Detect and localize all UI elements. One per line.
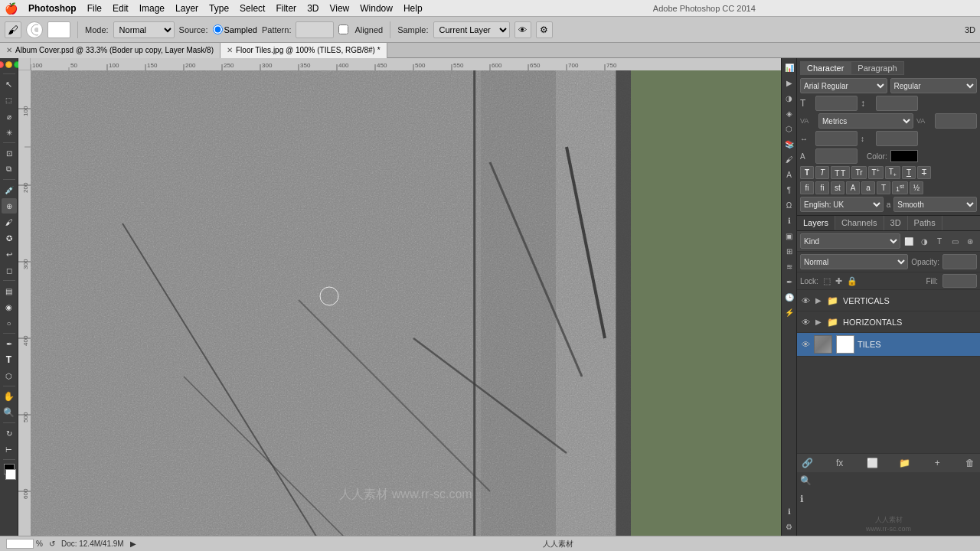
move-tool[interactable]: ↖ xyxy=(2,77,17,92)
magic-wand-tool[interactable]: ✳ xyxy=(2,125,17,140)
menu-help[interactable]: Help xyxy=(403,3,423,14)
add-mask-btn[interactable]: ⬜ xyxy=(865,456,879,470)
filter-type-icon[interactable]: T xyxy=(933,234,946,248)
tracking-input[interactable]: 560 xyxy=(935,113,977,129)
brush-tool-icon[interactable]: 🖌 xyxy=(5,21,21,38)
actions-icon[interactable]: ⚡ xyxy=(783,306,795,318)
menu-type[interactable]: Type xyxy=(209,3,229,14)
font-style-select[interactable]: Regular xyxy=(890,78,978,93)
baseline-input[interactable]: 0 px xyxy=(815,148,858,164)
para-icon[interactable]: ¶ xyxy=(783,184,795,196)
style-underline[interactable]: T xyxy=(902,166,916,179)
background-color[interactable] xyxy=(5,469,16,480)
style-strikethrough[interactable]: T xyxy=(917,166,931,179)
search-icon-btn[interactable]: 🔍 xyxy=(800,475,815,491)
lock-all-icon[interactable]: 🔒 xyxy=(847,276,858,286)
lock-pixels-icon[interactable]: ⬚ xyxy=(823,276,831,286)
info-btn[interactable]: ℹ xyxy=(800,494,815,509)
action-icon[interactable]: ▣ xyxy=(783,230,795,242)
paths-icon[interactable]: ✒ xyxy=(783,276,795,288)
new-layer-btn[interactable]: + xyxy=(930,456,944,470)
filter-smart-icon[interactable]: ⊛ xyxy=(963,234,977,248)
menu-3d[interactable]: 3D xyxy=(307,3,318,14)
rotate-tool[interactable]: ↻ xyxy=(2,425,17,441)
style-bold[interactable]: T xyxy=(800,166,814,179)
tab-close-1[interactable]: ✕ xyxy=(6,46,12,54)
mode-select[interactable]: Normal xyxy=(113,21,175,38)
history-icon[interactable]: 🕒 xyxy=(783,291,795,303)
smooth-select[interactable]: Smooth xyxy=(893,197,977,212)
blend-mode-select[interactable]: Normal xyxy=(800,254,908,269)
layer-item-horizontals[interactable]: 👁 ▶ 📁 HORIZONTALS xyxy=(797,311,980,333)
apple-menu[interactable]: 🍎 xyxy=(5,2,18,15)
brush-settings-icon[interactable]: ⚙ xyxy=(536,21,553,38)
gradient-tool[interactable]: ▤ xyxy=(2,283,17,298)
minimize-btn[interactable] xyxy=(5,61,12,68)
brush-size-input[interactable]: 29 xyxy=(47,21,70,38)
color-icon[interactable]: ◈ xyxy=(783,107,795,119)
layer-item-verticals[interactable]: 👁 ▶ 📁 VERTICALS xyxy=(797,290,980,311)
tab-paragraph[interactable]: Paragraph xyxy=(851,61,903,75)
tab-paths[interactable]: Paths xyxy=(908,216,942,230)
tab-character[interactable]: Character xyxy=(800,61,851,75)
pen-tool[interactable]: ✒ xyxy=(2,336,17,351)
layer-expand-verticals[interactable]: ▶ xyxy=(815,296,822,305)
text-tool[interactable]: T xyxy=(2,352,17,367)
info-icon2[interactable]: ℹ xyxy=(783,214,795,227)
new-group-btn[interactable]: 📁 xyxy=(898,456,912,470)
adjust-icon[interactable]: ◑ xyxy=(783,92,795,104)
style-frac[interactable]: ½ xyxy=(910,181,923,194)
eyedropper-tool[interactable]: 💉 xyxy=(2,182,17,197)
slice-tool[interactable]: ⧉ xyxy=(2,161,17,177)
style-smallcaps[interactable]: Tr xyxy=(851,166,866,179)
style-st[interactable]: st xyxy=(831,181,844,194)
selection-tool[interactable]: ⬚ xyxy=(2,93,17,108)
style-icon[interactable]: ⬡ xyxy=(783,122,795,135)
char-icon[interactable]: A xyxy=(783,168,795,181)
style-aa2[interactable]: a xyxy=(861,181,875,194)
menu-select[interactable]: Select xyxy=(240,3,265,14)
add-style-btn[interactable]: fx xyxy=(833,456,847,470)
play-icon[interactable]: ▶ xyxy=(783,77,795,89)
style-allcaps[interactable]: TT xyxy=(831,166,850,179)
scale-h-input[interactable]: 100% xyxy=(815,131,858,146)
filter-shape-icon[interactable]: ▭ xyxy=(948,234,962,248)
style-italic[interactable]: T xyxy=(815,166,829,179)
library-icon[interactable]: 📚 xyxy=(783,138,795,150)
layer-eye-tiles[interactable]: 👁 xyxy=(800,340,811,349)
canvas-container[interactable]: 100 200 300 400 500 600 xyxy=(18,70,781,536)
tab-channels[interactable]: Channels xyxy=(835,216,884,230)
close-btn[interactable] xyxy=(0,61,4,68)
style-ord[interactable]: 1st xyxy=(892,181,908,194)
metrics-select[interactable]: Metrics xyxy=(818,113,913,129)
lasso-tool[interactable]: ⌀ xyxy=(2,109,17,124)
hand-tool[interactable]: ✋ xyxy=(2,389,17,404)
blur-tool[interactable]: ◉ xyxy=(2,299,17,315)
stamp-tool[interactable]: ✪ xyxy=(2,230,17,246)
canvas-image[interactable]: 人人素材 www.rr-sc.com xyxy=(31,70,781,536)
leading-input[interactable]: 38 px xyxy=(876,96,918,111)
aligned-checkbox[interactable] xyxy=(338,24,348,34)
brush2-icon[interactable]: 🖌 xyxy=(783,153,795,165)
channels-icon[interactable]: ≋ xyxy=(783,260,795,272)
fill-input[interactable]: 100% xyxy=(942,274,977,288)
delete-layer-btn[interactable]: 🗑 xyxy=(963,456,977,470)
lock-position-icon[interactable]: ✚ xyxy=(835,276,842,286)
menu-edit[interactable]: Edit xyxy=(113,3,129,14)
brush-tool[interactable]: 🖌 xyxy=(2,214,17,230)
tab-layers[interactable]: Layers xyxy=(797,216,835,230)
zoom-input[interactable]: 100% xyxy=(6,539,34,549)
tab-3d[interactable]: 3D xyxy=(884,216,908,230)
history-brush[interactable]: ↩ xyxy=(2,246,17,262)
menu-image[interactable]: Image xyxy=(139,3,165,14)
sample-icon-btn[interactable]: 👁 xyxy=(514,21,531,38)
menu-window[interactable]: Window xyxy=(360,3,393,14)
layer-eye-verticals[interactable]: 👁 xyxy=(800,296,811,305)
zoom-tool[interactable]: 🔍 xyxy=(2,405,17,420)
menu-filter[interactable]: Filter xyxy=(276,3,296,14)
sample-select[interactable]: Current Layer xyxy=(433,21,510,38)
link-layers-btn[interactable]: 🔗 xyxy=(800,456,814,470)
style-frac-t[interactable]: T xyxy=(877,181,890,194)
plugin-icon[interactable]: ⚙ xyxy=(783,520,795,533)
info-icon3[interactable]: ℹ xyxy=(783,505,795,517)
